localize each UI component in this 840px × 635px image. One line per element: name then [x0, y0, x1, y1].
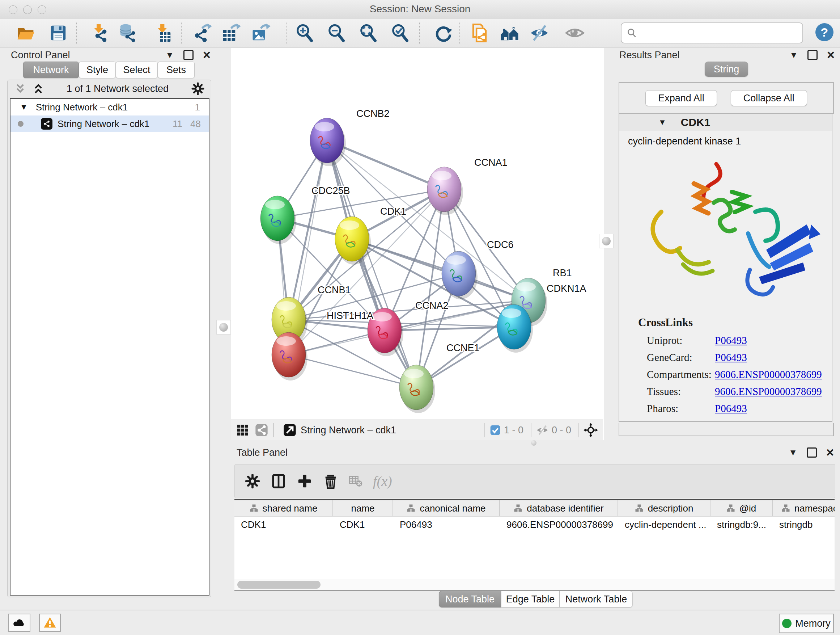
network-row[interactable]: String Network – cdk1 11 48 — [11, 116, 209, 132]
collapse-all-networks-icon[interactable] — [14, 82, 27, 95]
apply-layout-button[interactable] — [433, 23, 453, 43]
edge-ccnb2-ccne1[interactable] — [327, 141, 416, 387]
zoom-fit-button[interactable] — [359, 23, 378, 43]
results-scroll-strip[interactable] — [619, 423, 834, 436]
section-caret-icon[interactable]: ▼ — [658, 118, 666, 127]
network-options-gear-icon[interactable] — [191, 81, 205, 96]
expand-all-networks-icon[interactable] — [32, 82, 44, 95]
tab-network[interactable]: Network — [23, 62, 79, 78]
tab-select[interactable]: Select — [116, 62, 158, 78]
network-overview-icon[interactable] — [254, 423, 269, 437]
column-header-description[interactable]: description — [618, 500, 711, 516]
export-table-button[interactable] — [221, 23, 241, 43]
node-section-header[interactable]: ▼ CDK1 — [619, 114, 832, 131]
edge-hist1h1a-ccne1[interactable] — [289, 355, 416, 387]
cell-canonical-name[interactable]: P06493 — [393, 516, 500, 532]
search-input[interactable] — [640, 27, 799, 39]
delete-table-icon[interactable] — [348, 474, 363, 488]
crosslink-link[interactable]: P06493 — [715, 352, 747, 363]
detach-view-icon[interactable] — [283, 423, 297, 437]
cell-shared-name[interactable]: CDK1 — [234, 516, 333, 532]
float-panel-icon[interactable] — [807, 448, 817, 458]
grid-view-icon[interactable] — [235, 423, 250, 437]
warnings-button[interactable] — [39, 614, 61, 632]
tab-node-table[interactable]: Node Table — [439, 591, 501, 608]
node-table[interactable]: shared namenamecanonical namedatabase id… — [234, 499, 835, 591]
open-session-button[interactable] — [16, 23, 35, 43]
delete-column-icon[interactable] — [322, 473, 339, 489]
zoom-selected-button[interactable] — [391, 23, 410, 43]
import-network-database-button[interactable] — [118, 23, 137, 43]
node-ccnb2[interactable]: CCNB2 — [310, 108, 390, 166]
tab-network-table[interactable]: Network Table — [560, 591, 633, 608]
search-box[interactable] — [621, 22, 803, 43]
import-network-file-button[interactable] — [90, 23, 109, 43]
crosslink-link[interactable]: P06493 — [715, 334, 747, 347]
network-canvas[interactable]: CCNB2 CCNA1 CDC25B CDK1 CDC6 — [231, 48, 603, 420]
node-ccne1[interactable]: CCNE1 — [399, 342, 480, 413]
cell--id[interactable]: stringdb:9... — [711, 516, 773, 532]
help-button[interactable]: ? — [815, 23, 834, 41]
horizontal-splitter-handle[interactable] — [531, 440, 537, 446]
table-options-gear-icon[interactable] — [244, 473, 261, 489]
collapse-panel-icon[interactable]: ▼ — [789, 50, 798, 60]
cell-namespace[interactable]: stringdb — [773, 516, 835, 532]
table-horizontal-scrollbar[interactable] — [234, 579, 835, 590]
hidden-eye-icon[interactable] — [536, 424, 549, 437]
cell-description[interactable]: cyclin-dependent ... — [618, 516, 711, 532]
selected-checkbox-icon[interactable] — [489, 424, 501, 436]
crosslink-link[interactable]: 9606.ENSP00000378699 — [715, 386, 822, 397]
node-label-cdk1: CDK1 — [380, 206, 406, 217]
crosslink-link[interactable]: 9606.ENSP00000378699 — [715, 369, 822, 380]
new-network-from-selection-button[interactable] — [470, 23, 489, 43]
cloud-status-button[interactable] — [8, 614, 30, 632]
show-all-button[interactable] — [565, 23, 584, 43]
column-header-name[interactable]: name — [333, 500, 393, 516]
show-columns-icon[interactable] — [270, 473, 287, 489]
float-panel-icon[interactable] — [183, 50, 194, 60]
tab-string[interactable]: String — [705, 62, 748, 77]
tab-style[interactable]: Style — [79, 62, 116, 78]
birds-eye-crosshair-icon[interactable] — [584, 423, 598, 437]
collapse-all-button[interactable]: Collapse All — [731, 90, 807, 106]
close-panel-icon[interactable]: × — [203, 51, 210, 59]
cloud-icon — [12, 616, 27, 630]
export-network-button[interactable] — [193, 23, 212, 43]
save-session-button[interactable] — [49, 23, 68, 43]
column-header--id[interactable]: @id — [711, 500, 773, 516]
crosslink-link[interactable]: P06493 — [715, 402, 747, 415]
tab-sets[interactable]: Sets — [158, 62, 195, 78]
collapse-panel-icon[interactable]: ▼ — [789, 448, 797, 458]
export-image-button[interactable] — [251, 23, 271, 43]
column-header-canonical-name[interactable]: canonical name — [393, 500, 500, 516]
scrollbar-thumb[interactable] — [237, 581, 321, 589]
close-panel-icon[interactable]: × — [826, 448, 834, 456]
cell-database-identifier[interactable]: 9606.ENSP00000378699 — [500, 516, 618, 532]
tree-caret-icon[interactable]: ▼ — [20, 103, 28, 112]
column-header-namespace[interactable]: namespace — [773, 500, 835, 516]
memory-button[interactable]: Memory — [779, 614, 834, 633]
first-neighbors-button[interactable] — [500, 23, 519, 43]
cell-name[interactable]: CDK1 — [333, 516, 393, 532]
collapse-panel-icon[interactable]: ▼ — [165, 50, 174, 60]
expand-all-button[interactable]: Expand All — [645, 90, 717, 106]
zoom-in-button[interactable] — [295, 23, 315, 43]
zoom-out-button[interactable] — [327, 23, 347, 43]
function-builder-button[interactable]: f(x) — [373, 473, 392, 489]
network-collection-row[interactable]: ▼ String Network – cdk1 1 — [11, 99, 209, 116]
node-label-ccnb2: CCNB2 — [356, 108, 390, 119]
add-column-icon[interactable] — [296, 473, 313, 489]
right-splitter-handle[interactable] — [599, 234, 614, 249]
hide-selected-button[interactable] — [530, 23, 549, 43]
import-table-file-button[interactable] — [153, 23, 173, 43]
float-panel-icon[interactable] — [807, 50, 818, 60]
column-header-shared-name[interactable]: shared name — [234, 500, 333, 516]
node-label-hist1h1a: HIST1H1A — [327, 310, 373, 321]
close-panel-icon[interactable]: × — [827, 51, 835, 59]
table-row[interactable]: CDK1CDK1P064939606.ENSP00000378699cyclin… — [234, 516, 835, 532]
left-splitter-handle[interactable] — [216, 320, 231, 334]
crosslinks-block: CrossLinks Uniprot:P06493GeneCard:P06493… — [619, 316, 832, 417]
column-header-database-identifier[interactable]: database identifier — [500, 500, 618, 516]
tab-edge-table[interactable]: Edge Table — [501, 591, 560, 608]
node-ccna1[interactable]: CCNA1 — [427, 157, 508, 215]
